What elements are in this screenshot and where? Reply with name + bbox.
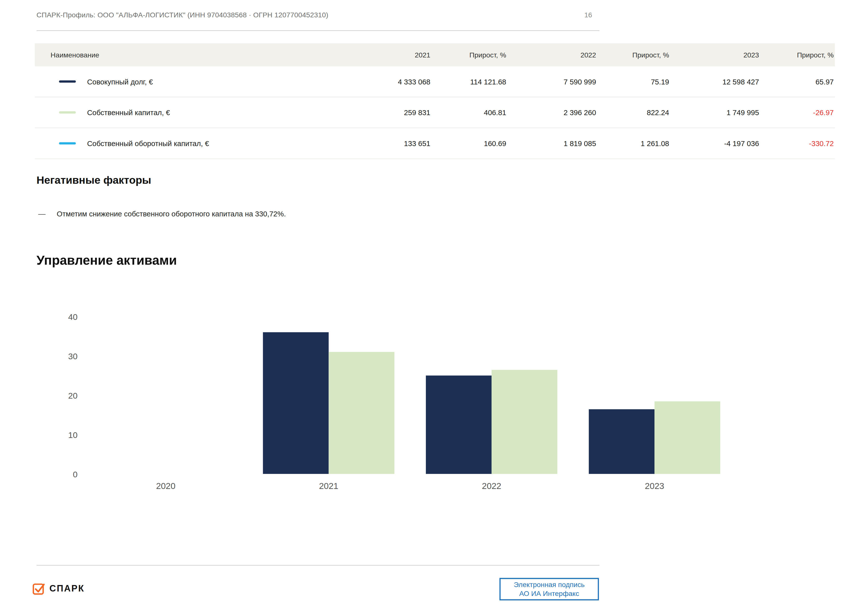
cell-value: 1 749 995 xyxy=(670,108,760,117)
row-label: Собственный капитал, € xyxy=(87,108,170,117)
y-axis-label: 10 xyxy=(23,429,78,440)
chart-plot xyxy=(84,316,815,474)
x-axis-label: 2021 xyxy=(273,481,385,491)
signature-line2: АО ИА Интерфакс xyxy=(519,589,579,598)
series-swatch xyxy=(59,81,76,83)
column-header: Прирост, % xyxy=(597,51,670,59)
bar xyxy=(426,376,491,474)
y-axis-label: 40 xyxy=(23,311,78,322)
dash-marker: — xyxy=(38,210,57,218)
spark-logo-check-icon xyxy=(33,582,45,595)
cell-value: 114 121.68 xyxy=(431,77,507,85)
cell-value: 2 396 260 xyxy=(507,108,597,117)
table-body: Совокупный долг, €4 333 068114 121.687 5… xyxy=(35,66,835,159)
column-header: Прирост, % xyxy=(760,51,835,59)
cell-value: 406.81 xyxy=(431,108,507,117)
section-title-negative-factors: Негативные факторы xyxy=(37,174,152,187)
y-axis-label: 30 xyxy=(23,351,78,361)
y-axis-label: 0 xyxy=(23,469,78,479)
column-header: Прирост, % xyxy=(431,51,507,59)
cell-value: -330.72 xyxy=(760,139,835,148)
cell-value: 133 651 xyxy=(364,139,431,148)
y-axis-label: 20 xyxy=(23,390,78,401)
spark-logo: СПАРК xyxy=(33,582,85,595)
bar xyxy=(263,332,329,474)
cell-value: 65.97 xyxy=(760,77,835,85)
cell-value: 1 819 085 xyxy=(507,139,597,148)
cell-value: 7 590 999 xyxy=(507,77,597,85)
x-axis-label: 2020 xyxy=(110,481,222,491)
cell-value: -26.97 xyxy=(760,108,835,117)
cell-value: 259 831 xyxy=(364,108,431,117)
financials-table: Наименование2021Прирост, %2022Прирост, %… xyxy=(35,44,835,159)
bar xyxy=(589,409,655,474)
column-header: 2023 xyxy=(670,51,760,59)
row-label: Совокупный долг, € xyxy=(87,77,153,85)
signature-line1: Электронная подпись xyxy=(514,580,585,589)
cell-value: 12 598 427 xyxy=(670,77,760,85)
column-header: Наименование xyxy=(35,51,364,59)
row-label: Собственный оборотный капитал, € xyxy=(87,139,209,148)
column-header: 2021 xyxy=(364,51,431,59)
negative-factor-text: Отметим снижение собственного оборотного… xyxy=(57,210,286,218)
section-title-asset-management: Управление активами xyxy=(37,253,177,268)
report-page: СПАРК-Профиль: ООО "АЛЬФА-ЛОГИСТИК" (ИНН… xyxy=(0,0,868,614)
cell-value: 822.24 xyxy=(597,108,670,117)
table-header-row: Наименование2021Прирост, %2022Прирост, %… xyxy=(35,44,835,66)
signature-box: Электронная подпись АО ИА Интерфакс xyxy=(499,578,599,600)
header-title: СПАРК-Профиль: ООО "АЛЬФА-ЛОГИСТИК" (ИНН… xyxy=(37,11,329,19)
cell-value: 160.69 xyxy=(431,139,507,148)
series-swatch xyxy=(59,142,76,145)
bar xyxy=(491,370,558,474)
table-row: Собственный капитал, €259 831406.812 396… xyxy=(35,97,835,128)
cell-value: 4 333 068 xyxy=(364,77,431,85)
negative-factor-item: — Отметим снижение собственного оборотно… xyxy=(38,210,286,218)
header-divider xyxy=(37,30,600,31)
bar xyxy=(329,352,394,474)
cell-value: 75.19 xyxy=(597,77,670,85)
page-number: 16 xyxy=(584,11,592,19)
bar-chart: 0102030402020202120222023 xyxy=(0,303,868,506)
bar xyxy=(654,401,720,474)
footer-divider xyxy=(37,565,600,566)
table-row: Собственный оборотный капитал, €133 6511… xyxy=(35,128,835,159)
x-axis-label: 2023 xyxy=(598,481,711,491)
spark-logo-text: СПАРК xyxy=(50,584,85,594)
x-axis-label: 2022 xyxy=(436,481,548,491)
series-swatch xyxy=(59,111,76,113)
cell-value: -4 197 036 xyxy=(670,139,760,148)
cell-value: 1 261.08 xyxy=(597,139,670,148)
column-header: 2022 xyxy=(507,51,597,59)
table-row: Совокупный долг, €4 333 068114 121.687 5… xyxy=(35,66,835,97)
